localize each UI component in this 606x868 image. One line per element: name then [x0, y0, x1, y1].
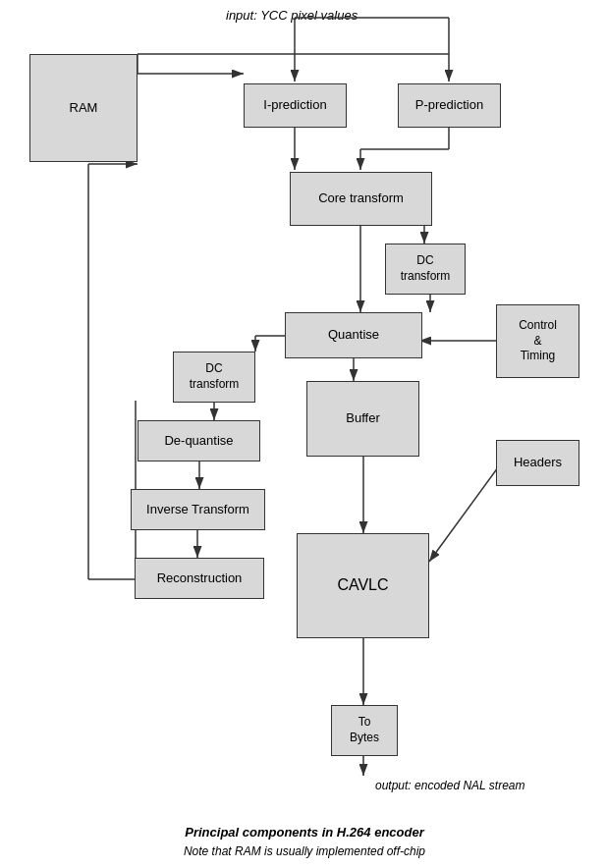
output-label: output: encoded NAL stream	[375, 779, 525, 792]
buffer-block: Buffer	[306, 381, 419, 457]
reconstruction-block: Reconstruction	[135, 558, 264, 599]
ram-block: RAM	[29, 54, 138, 162]
headers-block: Headers	[496, 440, 579, 486]
core-transform-block: Core transform	[290, 172, 432, 226]
control-timing-block: Control&Timing	[496, 304, 579, 378]
to-bytes-block: ToBytes	[331, 705, 398, 756]
caption-title: Principal components in H.264 encoder	[49, 825, 560, 840]
dc-transform-top-block: DCtransform	[385, 244, 466, 295]
svg-line-29	[429, 463, 501, 562]
input-label: input: YCC pixel values	[226, 8, 358, 23]
i-prediction-block: I-prediction	[244, 83, 347, 128]
quantise-block: Quantise	[285, 312, 422, 358]
p-prediction-block: P-prediction	[398, 83, 501, 128]
dc-transform-left-block: DCtransform	[173, 352, 255, 403]
diagram-container: input: YCC pixel values	[0, 0, 606, 868]
caption-subtitle: Note that RAM is usually implemented off…	[49, 844, 560, 858]
de-quantise-block: De-quantise	[138, 420, 260, 461]
cavlc-block: CAVLC	[297, 533, 429, 638]
inverse-transform-block: Inverse Transform	[131, 489, 265, 530]
